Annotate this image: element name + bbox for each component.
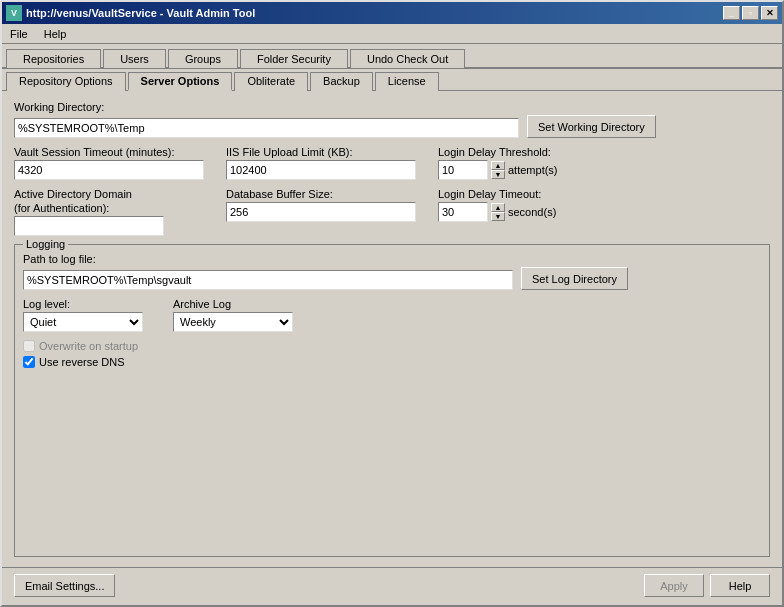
active-directory-label2: (for Authentication): [14, 202, 214, 214]
tab-undo-checkout[interactable]: Undo Check Out [350, 49, 465, 68]
overwrite-checkbox[interactable] [23, 340, 35, 352]
log-path-section: Path to log file: Set Log Directory [23, 253, 761, 290]
fields-row-2: Active Directory Domain (for Authenticat… [14, 188, 770, 236]
menu-help[interactable]: Help [40, 27, 71, 41]
maximize-button[interactable]: ▫ [742, 6, 759, 20]
apply-button[interactable]: Apply [644, 574, 704, 597]
db-buffer-group: Database Buffer Size: [226, 188, 426, 222]
logging-legend: Logging [23, 238, 68, 250]
app-icon: V [6, 5, 22, 21]
login-threshold-arrows: ▲ ▼ [491, 161, 505, 179]
close-button[interactable]: ✕ [761, 6, 778, 20]
working-directory-input[interactable] [14, 118, 519, 138]
active-directory-input[interactable] [14, 216, 164, 236]
login-timeout-suffix: second(s) [508, 206, 556, 218]
login-threshold-down[interactable]: ▼ [491, 170, 505, 179]
help-button[interactable]: Help [710, 574, 770, 597]
reverse-dns-checkbox[interactable] [23, 356, 35, 368]
tab-folder-security[interactable]: Folder Security [240, 49, 348, 68]
active-directory-label: Active Directory Domain [14, 188, 214, 200]
log-level-label: Log level: [23, 298, 143, 310]
working-directory-section: Working Directory: Set Working Directory [14, 101, 770, 138]
iis-upload-input[interactable] [226, 160, 416, 180]
archive-log-label: Archive Log [173, 298, 293, 310]
login-timeout-spinner: ▲ ▼ second(s) [438, 202, 770, 222]
window-title: http://venus/VaultService - Vault Admin … [26, 7, 255, 19]
overwrite-group: Overwrite on startup [23, 340, 761, 352]
title-bar: V http://venus/VaultService - Vault Admi… [2, 2, 782, 24]
tab-bar-top: Repositories Users Groups Folder Securit… [2, 44, 782, 69]
working-dir-row: Set Working Directory [14, 115, 770, 138]
tab-repositories[interactable]: Repositories [6, 49, 101, 68]
tab-users[interactable]: Users [103, 49, 166, 68]
log-controls-row: Log level: Quiet Normal Verbose Archive … [23, 298, 761, 332]
working-directory-label: Working Directory: [14, 101, 770, 113]
vault-session-input[interactable] [14, 160, 204, 180]
minimize-button[interactable]: _ [723, 6, 740, 20]
active-directory-group: Active Directory Domain (for Authenticat… [14, 188, 214, 236]
logging-groupbox: Logging Path to log file: Set Log Direct… [14, 244, 770, 557]
reverse-dns-label: Use reverse DNS [39, 356, 125, 368]
login-threshold-up[interactable]: ▲ [491, 161, 505, 170]
email-settings-button[interactable]: Email Settings... [14, 574, 115, 597]
log-path-input[interactable] [23, 270, 513, 290]
set-log-directory-button[interactable]: Set Log Directory [521, 267, 628, 290]
login-threshold-input[interactable] [438, 160, 488, 180]
login-timeout-arrows: ▲ ▼ [491, 203, 505, 221]
reverse-dns-group: Use reverse DNS [23, 356, 761, 368]
log-path-row: Set Log Directory [23, 267, 761, 290]
iis-upload-label: IIS File Upload Limit (KB): [226, 146, 426, 158]
log-path-label: Path to log file: [23, 253, 761, 265]
tab-bar-bottom: Repository Options Server Options Oblite… [2, 69, 782, 91]
archive-log-group: Archive Log Weekly Daily Monthly Never [173, 298, 293, 332]
login-threshold-spinner: ▲ ▼ attempt(s) [438, 160, 770, 180]
log-level-group: Log level: Quiet Normal Verbose [23, 298, 143, 332]
login-timeout-group: Login Delay Timeout: ▲ ▼ second(s) [438, 188, 770, 222]
log-level-select[interactable]: Quiet Normal Verbose [23, 312, 143, 332]
tab-obliterate[interactable]: Obliterate [234, 72, 308, 91]
login-threshold-group: Login Delay Threshold: ▲ ▼ attempt(s) [438, 146, 770, 180]
tab-repository-options[interactable]: Repository Options [6, 72, 126, 91]
bottom-right-buttons: Apply Help [644, 574, 770, 597]
tab-groups[interactable]: Groups [168, 49, 238, 68]
tab-server-options[interactable]: Server Options [128, 72, 233, 91]
archive-log-select[interactable]: Weekly Daily Monthly Never [173, 312, 293, 332]
db-buffer-label: Database Buffer Size: [226, 188, 426, 200]
tab-license[interactable]: License [375, 72, 439, 91]
tab-backup[interactable]: Backup [310, 72, 373, 91]
login-timeout-down[interactable]: ▼ [491, 212, 505, 221]
db-buffer-input[interactable] [226, 202, 416, 222]
login-timeout-label: Login Delay Timeout: [438, 188, 770, 200]
vault-session-label: Vault Session Timeout (minutes): [14, 146, 214, 158]
vault-session-group: Vault Session Timeout (minutes): [14, 146, 214, 180]
bottom-bar: Email Settings... Apply Help [2, 567, 782, 605]
content-area: Working Directory: Set Working Directory… [2, 91, 782, 567]
login-threshold-label: Login Delay Threshold: [438, 146, 770, 158]
overwrite-label: Overwrite on startup [39, 340, 138, 352]
title-buttons: _ ▫ ✕ [723, 6, 778, 20]
set-working-directory-button[interactable]: Set Working Directory [527, 115, 656, 138]
fields-row-1: Vault Session Timeout (minutes): IIS Fil… [14, 146, 770, 180]
iis-upload-group: IIS File Upload Limit (KB): [226, 146, 426, 180]
login-timeout-input[interactable] [438, 202, 488, 222]
login-threshold-suffix: attempt(s) [508, 164, 558, 176]
login-timeout-up[interactable]: ▲ [491, 203, 505, 212]
main-window: V http://venus/VaultService - Vault Admi… [0, 0, 784, 607]
menu-file[interactable]: File [6, 27, 32, 41]
menu-bar: File Help [2, 24, 782, 44]
